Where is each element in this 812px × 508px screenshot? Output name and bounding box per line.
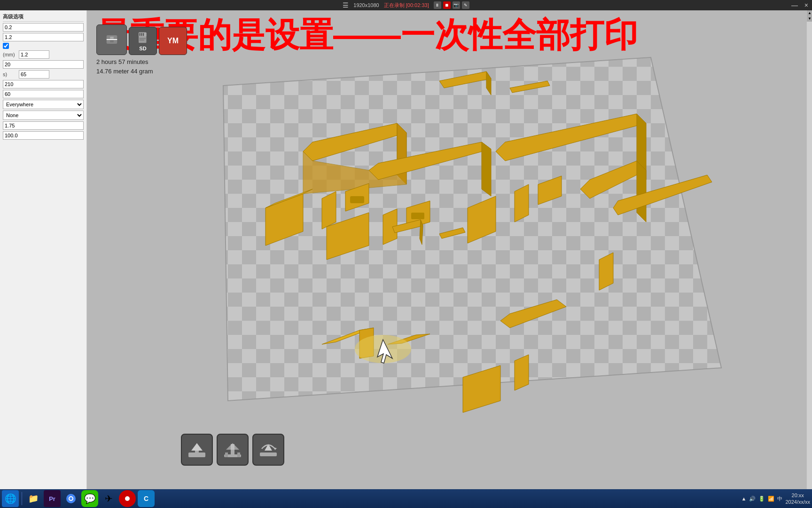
right-scrollbar[interactable]: ▲ ▼ — [806, 10, 812, 489]
record-taskbar-icon[interactable] — [119, 490, 136, 507]
taskbar: 🌐 📁 Pr 💬 ✈ C ▲ 🔊 🔋 📶 中 20:xx 2024/xx/xx — [0, 489, 812, 508]
svg-rect-63 — [237, 452, 240, 457]
svg-marker-61 — [226, 443, 239, 450]
arrange-button[interactable] — [181, 434, 213, 466]
print-material: 14.76 meter 44 gram — [96, 67, 153, 76]
premiere-taskbar-icon[interactable]: Pr — [44, 490, 61, 507]
pause-btn[interactable]: ⏸ — [434, 1, 441, 9]
value-20-input[interactable] — [3, 60, 84, 69]
minimize-btn[interactable]: — — [791, 1, 798, 9]
field-row-layer — [3, 23, 84, 32]
3d-viewport: 最重要的是设置——一次性全部打印 SD — [87, 10, 812, 489]
flow-input[interactable] — [3, 131, 84, 140]
svg-rect-64 — [260, 452, 277, 456]
svg-rect-21 — [411, 213, 424, 219]
checkbox-row — [3, 43, 84, 49]
svg-rect-53 — [143, 33, 144, 36]
taskbar-battery-icon: 🔋 — [758, 496, 765, 502]
close-btn[interactable]: × — [804, 1, 808, 9]
folder-taskbar-icon[interactable]: 📁 — [25, 490, 42, 507]
field-row-100 — [3, 131, 84, 140]
option-checkbox[interactable] — [3, 43, 9, 49]
svg-point-68 — [70, 497, 72, 500]
taskbar-separator — [22, 492, 22, 505]
sidebar-section-title: 高级选项 — [3, 12, 84, 22]
ym-button[interactable]: YM — [159, 27, 187, 55]
field-row-210 — [3, 80, 84, 88]
none-select-row: None Everywhere — [3, 111, 84, 120]
scroll-down-btn[interactable]: ▼ — [807, 16, 812, 22]
wechat-taskbar-icon[interactable]: 💬 — [81, 490, 98, 507]
bed-temp-input[interactable] — [3, 90, 84, 98]
orient-button[interactable] — [252, 434, 284, 466]
field-row-60 — [3, 90, 84, 98]
top-recording-bar: ☰ 1920x1080 正在录制 [00:02:33] ⏸ ⏹ 📷 ✎ × — — [0, 0, 812, 10]
clock-time: 20:xx — [785, 492, 810, 499]
hamburger-icon[interactable]: ☰ — [343, 1, 349, 9]
taskbar-sound-icon: 🔊 — [749, 496, 756, 502]
telegram-taskbar-icon[interactable]: ✈ — [100, 490, 117, 507]
svg-rect-58 — [195, 451, 199, 454]
s-label: s) — [3, 71, 17, 77]
layer-height-input[interactable] — [3, 23, 84, 32]
sd-button[interactable]: SD — [129, 27, 157, 55]
svg-rect-62 — [225, 452, 228, 457]
svg-rect-52 — [141, 33, 142, 36]
resolution-text: 1920x1080 — [353, 2, 379, 8]
chrome-taskbar-icon[interactable] — [62, 490, 79, 507]
top-toolbar: SD YM — [96, 24, 187, 55]
taskbar-network2-icon: 📶 — [768, 496, 774, 502]
svg-marker-48 — [110, 40, 114, 42]
scene-svg — [87, 10, 812, 489]
svg-rect-55 — [140, 40, 145, 41]
svg-point-70 — [125, 496, 130, 501]
cura-taskbar-icon[interactable]: C — [138, 490, 155, 507]
svg-marker-47 — [110, 37, 114, 39]
settings-rec-btn[interactable]: ✎ — [462, 1, 469, 9]
left-sidebar: 高级选项 (mm) s) Everywhere None Support Non… — [0, 10, 87, 489]
svg-marker-17 — [482, 142, 491, 196]
print-time: 2 hours 57 minutes — [96, 57, 153, 67]
svg-marker-42 — [515, 355, 529, 390]
speed-input[interactable] — [19, 70, 49, 79]
field-row-mm: (mm) — [3, 50, 84, 59]
svg-rect-51 — [140, 33, 141, 36]
taskbar-clock: 20:xx 2024/xx/xx — [785, 492, 810, 506]
field-row-s: s) — [3, 70, 84, 79]
svg-marker-57 — [191, 443, 203, 451]
stop-btn[interactable]: ⏹ — [443, 1, 451, 9]
mm-label: (mm) — [3, 52, 17, 57]
camera-btn[interactable]: 📷 — [453, 1, 460, 9]
mm-input[interactable] — [19, 50, 49, 59]
clock-date: 2024/xx/xx — [785, 499, 810, 505]
start-button[interactable]: 🌐 — [2, 490, 19, 507]
filament-dia-input[interactable] — [3, 121, 84, 130]
svg-rect-54 — [140, 39, 146, 40]
taskbar-right-area: ▲ 🔊 🔋 📶 中 20:xx 2024/xx/xx — [742, 492, 810, 506]
svg-rect-15 — [350, 196, 364, 203]
field-row-175 — [3, 121, 84, 130]
field-row-linewidth — [3, 33, 84, 41]
scroll-up-btn[interactable]: ▲ — [807, 10, 812, 16]
taskbar-network-icon: ▲ — [742, 496, 747, 501]
temp-input[interactable] — [3, 80, 84, 88]
print-info: 2 hours 57 minutes 14.76 meter 44 gram — [96, 57, 153, 76]
recording-status: 正在录制 [00:02:33] — [384, 2, 429, 9]
taskbar-ime-icon: 中 — [777, 495, 782, 502]
everywhere-select-row: Everywhere None Support — [3, 100, 84, 109]
svg-marker-34 — [637, 161, 646, 222]
everywhere-select[interactable]: Everywhere None Support — [3, 100, 84, 109]
support-button[interactable] — [217, 434, 249, 466]
bottom-toolbar — [181, 434, 284, 466]
slice-button[interactable] — [96, 24, 127, 55]
field-row-20 — [3, 60, 84, 69]
none-select[interactable]: None Everywhere — [3, 111, 84, 120]
line-width-input[interactable] — [3, 33, 84, 41]
